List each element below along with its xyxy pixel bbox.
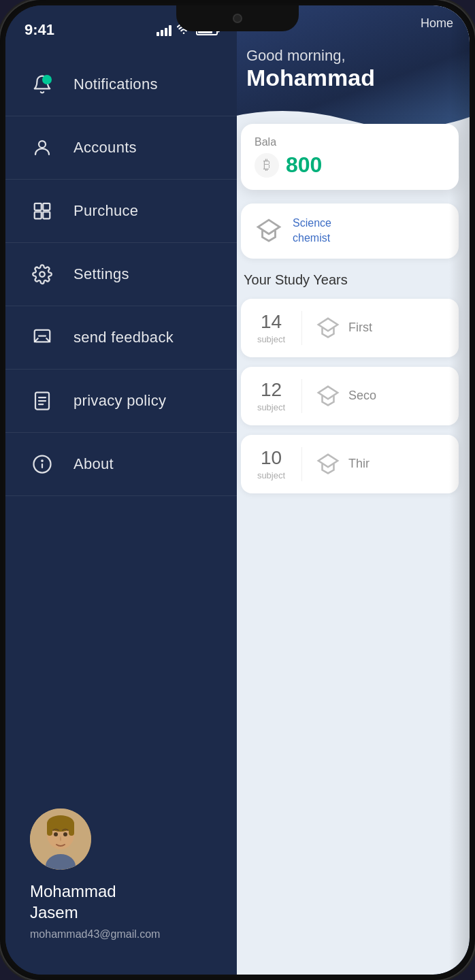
sidebar-item-label: Accounts — [73, 139, 137, 157]
sidebar-item-label: Settings — [73, 265, 129, 283]
menu-list: Notifications Accounts — [5, 53, 237, 784]
greeting-sub: Good morning, — [246, 47, 453, 65]
study-year-card-3[interactable]: 10 subject Thir — [241, 435, 459, 493]
balance-card: Bala ₿ 800 — [241, 124, 459, 190]
study-year-card-2[interactable]: 12 subject Seco — [241, 367, 459, 425]
sidebar-item-label: send feedback — [73, 329, 174, 346]
sidebar-item-label: Notifications — [73, 76, 158, 93]
front-camera — [233, 14, 242, 23]
profile-email: mohammad43@gmail.com — [30, 928, 212, 941]
bitcoin-icon: ₿ — [255, 153, 279, 178]
sidebar-item-label: privacy policy — [73, 392, 166, 410]
study-year-card-1[interactable]: 14 subject First — [241, 299, 459, 357]
notch — [176, 5, 299, 31]
avatar — [30, 808, 91, 870]
svg-point-23 — [63, 832, 67, 836]
info-icon — [30, 452, 54, 476]
sidebar-item-about[interactable]: About — [5, 433, 237, 496]
svg-rect-4 — [35, 212, 42, 218]
svg-rect-5 — [43, 212, 50, 218]
svg-marker-24 — [258, 220, 280, 235]
svg-rect-3 — [43, 203, 50, 210]
drawer-time: 9:41 — [24, 21, 54, 39]
study-year-label-2: Seco — [348, 389, 376, 403]
svg-rect-20 — [47, 822, 52, 836]
sidebar-item-label: Purchuce — [73, 202, 138, 220]
svg-rect-2 — [35, 203, 42, 210]
svg-point-22 — [54, 832, 58, 836]
drawer-menu: 9:41 — [5, 5, 237, 975]
document-icon — [30, 389, 54, 413]
gear-icon — [30, 262, 54, 287]
feedback-icon — [30, 325, 54, 350]
grid-icon — [30, 199, 54, 223]
balance-row: ₿ 800 — [255, 152, 445, 178]
greeting-name: Mohammad — [246, 65, 453, 91]
study-section: Your Study Years 14 subject — [230, 272, 470, 493]
signal-icon — [157, 24, 171, 36]
bell-icon — [30, 72, 54, 97]
sidebar-item-notifications[interactable]: Notifications — [5, 53, 237, 116]
study-count-1: 14 subject — [255, 311, 302, 345]
profile-name: Mohammad Jasem — [30, 881, 212, 923]
svg-marker-27 — [318, 455, 338, 467]
svg-point-0 — [183, 32, 185, 34]
sidebar-item-label: About — [73, 455, 114, 473]
study-info-2: Seco — [302, 384, 376, 408]
sidebar-item-accounts[interactable]: Accounts — [5, 116, 237, 180]
sidebar-item-purchase[interactable]: Purchuce — [5, 180, 237, 243]
graduation-icon-2 — [316, 384, 340, 408]
notifications-icon-wrapper — [30, 72, 54, 97]
graduation-icon-3 — [316, 452, 340, 476]
balance-label: Bala — [255, 136, 445, 148]
svg-point-6 — [39, 272, 45, 277]
avatar-image — [30, 808, 91, 870]
course-card[interactable]: Science chemist — [241, 203, 459, 259]
graduation-icon-1 — [316, 316, 340, 340]
svg-marker-26 — [318, 387, 338, 399]
graduation-icon — [255, 216, 283, 245]
main-panel: 9:41 Home Good morning, Mohammad Bala — [230, 5, 470, 975]
phone-screen: 9:41 — [5, 5, 470, 975]
svg-rect-21 — [69, 822, 74, 836]
balance-value: 800 — [286, 152, 322, 178]
sidebar-item-privacy[interactable]: privacy policy — [5, 370, 237, 433]
study-count-2: 12 subject — [255, 379, 302, 413]
svg-point-1 — [39, 141, 46, 148]
course-text: Science chemist — [293, 216, 331, 246]
sidebar-item-settings[interactable]: Settings — [5, 243, 237, 306]
study-info-3: Thir — [302, 452, 370, 476]
notification-badge — [42, 75, 52, 84]
phone-frame: 9:41 — [0, 0, 475, 980]
person-icon — [30, 135, 54, 160]
home-nav-label: Home — [421, 16, 453, 31]
study-count-3: 10 subject — [255, 447, 302, 481]
study-year-label-1: First — [348, 321, 372, 335]
study-year-label-3: Thir — [348, 457, 370, 471]
study-section-title: Your Study Years — [241, 272, 459, 288]
svg-marker-25 — [318, 318, 338, 331]
profile-section: Mohammad Jasem mohammad43@gmail.com — [5, 784, 237, 975]
greeting: Good morning, Mohammad — [246, 42, 453, 97]
sidebar-item-feedback[interactable]: send feedback — [5, 306, 237, 370]
study-info-1: First — [302, 316, 372, 340]
